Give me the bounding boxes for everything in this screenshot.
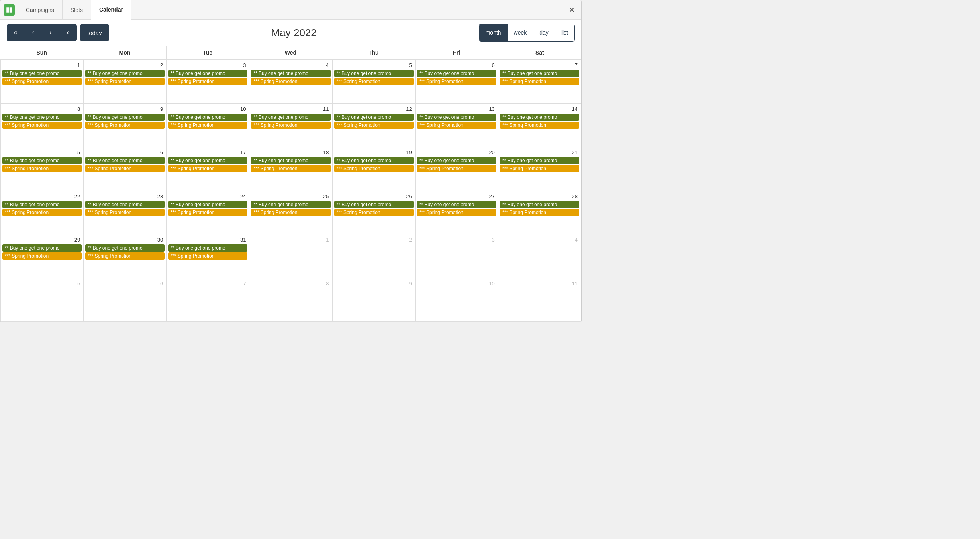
day-cell[interactable]: 14** Buy one get one promo*** Spring Pro… xyxy=(498,104,581,148)
event-promo[interactable]: ** Buy one get one promo xyxy=(500,201,579,208)
day-cell[interactable]: 7** Buy one get one promo*** Spring Prom… xyxy=(498,60,581,104)
day-cell[interactable]: 3** Buy one get one promo*** Spring Prom… xyxy=(167,60,249,104)
event-spring[interactable]: *** Spring Promotion xyxy=(417,165,496,172)
event-promo[interactable]: ** Buy one get one promo xyxy=(334,114,414,121)
event-spring[interactable]: *** Spring Promotion xyxy=(417,78,496,85)
day-cell[interactable]: 9 xyxy=(333,278,416,322)
day-cell[interactable]: 21** Buy one get one promo*** Spring Pro… xyxy=(498,147,581,191)
day-cell[interactable]: 10** Buy one get one promo*** Spring Pro… xyxy=(167,104,249,148)
day-cell[interactable]: 6 xyxy=(84,278,167,322)
event-spring[interactable]: *** Spring Promotion xyxy=(2,122,82,129)
view-month-button[interactable]: month xyxy=(479,24,508,41)
event-promo[interactable]: ** Buy one get one promo xyxy=(500,114,579,121)
event-spring[interactable]: *** Spring Promotion xyxy=(85,252,165,260)
day-cell[interactable]: 11** Buy one get one promo*** Spring Pro… xyxy=(249,104,332,148)
day-cell[interactable]: 6** Buy one get one promo*** Spring Prom… xyxy=(416,60,498,104)
event-promo[interactable]: ** Buy one get one promo xyxy=(417,157,496,164)
event-spring[interactable]: *** Spring Promotion xyxy=(168,78,247,85)
day-cell[interactable]: 12** Buy one get one promo*** Spring Pro… xyxy=(333,104,416,148)
event-spring[interactable]: *** Spring Promotion xyxy=(334,165,414,172)
day-cell[interactable]: 3 xyxy=(416,234,498,278)
event-promo[interactable]: ** Buy one get one promo xyxy=(2,244,82,252)
view-day-button[interactable]: day xyxy=(533,24,555,41)
close-button[interactable]: ✕ xyxy=(565,4,578,16)
day-cell[interactable]: 29** Buy one get one promo*** Spring Pro… xyxy=(1,234,84,278)
event-promo[interactable]: ** Buy one get one promo xyxy=(168,201,247,208)
today-button[interactable]: today xyxy=(80,24,109,41)
day-cell[interactable]: 2** Buy one get one promo*** Spring Prom… xyxy=(84,60,167,104)
event-spring[interactable]: *** Spring Promotion xyxy=(2,165,82,172)
day-cell[interactable]: 22** Buy one get one promo*** Spring Pro… xyxy=(1,191,84,235)
day-cell[interactable]: 20** Buy one get one promo*** Spring Pro… xyxy=(416,147,498,191)
event-promo[interactable]: ** Buy one get one promo xyxy=(2,70,82,77)
nav-next-button[interactable]: › xyxy=(42,24,59,41)
event-promo[interactable]: ** Buy one get one promo xyxy=(168,157,247,164)
day-cell[interactable]: 5** Buy one get one promo*** Spring Prom… xyxy=(333,60,416,104)
nav-prev-button[interactable]: ‹ xyxy=(24,24,42,41)
nav-last-button[interactable]: » xyxy=(59,24,77,41)
event-spring[interactable]: *** Spring Promotion xyxy=(417,122,496,129)
event-spring[interactable]: *** Spring Promotion xyxy=(2,209,82,216)
event-spring[interactable]: *** Spring Promotion xyxy=(334,209,414,216)
event-spring[interactable]: *** Spring Promotion xyxy=(500,78,579,85)
view-list-button[interactable]: list xyxy=(555,24,574,41)
event-spring[interactable]: *** Spring Promotion xyxy=(500,122,579,129)
view-week-button[interactable]: week xyxy=(508,24,533,41)
event-spring[interactable]: *** Spring Promotion xyxy=(85,209,165,216)
event-promo[interactable]: ** Buy one get one promo xyxy=(251,157,330,164)
day-cell[interactable]: 16** Buy one get one promo*** Spring Pro… xyxy=(84,147,167,191)
event-spring[interactable]: *** Spring Promotion xyxy=(251,78,330,85)
day-cell[interactable]: 10 xyxy=(416,278,498,322)
event-promo[interactable]: ** Buy one get one promo xyxy=(251,114,330,121)
event-spring[interactable]: *** Spring Promotion xyxy=(168,252,247,260)
nav-first-button[interactable]: « xyxy=(7,24,24,41)
event-promo[interactable]: ** Buy one get one promo xyxy=(168,114,247,121)
event-spring[interactable]: *** Spring Promotion xyxy=(168,122,247,129)
event-promo[interactable]: ** Buy one get one promo xyxy=(85,157,165,164)
event-promo[interactable]: ** Buy one get one promo xyxy=(2,114,82,121)
day-cell[interactable]: 1 xyxy=(249,234,332,278)
event-spring[interactable]: *** Spring Promotion xyxy=(334,78,414,85)
tab-campaigns[interactable]: Campaigns xyxy=(18,0,63,20)
event-promo[interactable]: ** Buy one get one promo xyxy=(500,70,579,77)
event-promo[interactable]: ** Buy one get one promo xyxy=(85,114,165,121)
day-cell[interactable]: 24** Buy one get one promo*** Spring Pro… xyxy=(167,191,249,235)
event-spring[interactable]: *** Spring Promotion xyxy=(168,209,247,216)
event-spring[interactable]: *** Spring Promotion xyxy=(417,209,496,216)
event-promo[interactable]: ** Buy one get one promo xyxy=(417,201,496,208)
event-promo[interactable]: ** Buy one get one promo xyxy=(417,70,496,77)
day-cell[interactable]: 18** Buy one get one promo*** Spring Pro… xyxy=(249,147,332,191)
event-spring[interactable]: *** Spring Promotion xyxy=(500,165,579,172)
day-cell[interactable]: 30** Buy one get one promo*** Spring Pro… xyxy=(84,234,167,278)
day-cell[interactable]: 13** Buy one get one promo*** Spring Pro… xyxy=(416,104,498,148)
event-promo[interactable]: ** Buy one get one promo xyxy=(168,244,247,252)
event-promo[interactable]: ** Buy one get one promo xyxy=(85,70,165,77)
tab-slots[interactable]: Slots xyxy=(63,0,91,20)
day-cell[interactable]: 1** Buy one get one promo*** Spring Prom… xyxy=(1,60,84,104)
event-spring[interactable]: *** Spring Promotion xyxy=(2,78,82,85)
day-cell[interactable]: 5 xyxy=(1,278,84,322)
event-spring[interactable]: *** Spring Promotion xyxy=(85,122,165,129)
day-cell[interactable]: 17** Buy one get one promo*** Spring Pro… xyxy=(167,147,249,191)
event-spring[interactable]: *** Spring Promotion xyxy=(251,165,330,172)
event-promo[interactable]: ** Buy one get one promo xyxy=(85,244,165,252)
event-promo[interactable]: ** Buy one get one promo xyxy=(168,70,247,77)
event-promo[interactable]: ** Buy one get one promo xyxy=(500,157,579,164)
event-promo[interactable]: ** Buy one get one promo xyxy=(417,114,496,121)
day-cell[interactable]: 8 xyxy=(249,278,332,322)
event-promo[interactable]: ** Buy one get one promo xyxy=(334,157,414,164)
day-cell[interactable]: 28** Buy one get one promo*** Spring Pro… xyxy=(498,191,581,235)
day-cell[interactable]: 31** Buy one get one promo*** Spring Pro… xyxy=(167,234,249,278)
day-cell[interactable]: 15** Buy one get one promo*** Spring Pro… xyxy=(1,147,84,191)
event-spring[interactable]: *** Spring Promotion xyxy=(85,165,165,172)
event-promo[interactable]: ** Buy one get one promo xyxy=(2,201,82,208)
event-promo[interactable]: ** Buy one get one promo xyxy=(334,201,414,208)
day-cell[interactable]: 25** Buy one get one promo*** Spring Pro… xyxy=(249,191,332,235)
event-promo[interactable]: ** Buy one get one promo xyxy=(2,157,82,164)
event-spring[interactable]: *** Spring Promotion xyxy=(251,209,330,216)
event-promo[interactable]: ** Buy one get one promo xyxy=(251,70,330,77)
day-cell[interactable]: 4** Buy one get one promo*** Spring Prom… xyxy=(249,60,332,104)
event-promo[interactable]: ** Buy one get one promo xyxy=(334,70,414,77)
day-cell[interactable]: 19** Buy one get one promo*** Spring Pro… xyxy=(333,147,416,191)
day-cell[interactable]: 8** Buy one get one promo*** Spring Prom… xyxy=(1,104,84,148)
